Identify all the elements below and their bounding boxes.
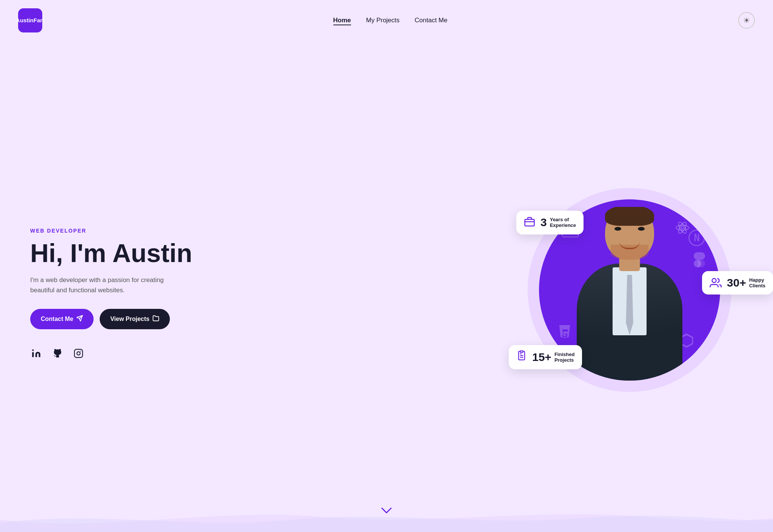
- users-icon: [710, 277, 722, 289]
- hero-content: WEB DEVELOPER Hi, I'm Austin I'm a web d…: [30, 228, 192, 360]
- hero-portrait-area: JS: [524, 184, 743, 403]
- stat-card-clients: 30+ Happy Clients: [702, 271, 773, 295]
- send-icon: [76, 315, 83, 323]
- svg-rect-2: [32, 352, 34, 357]
- experience-number: 3: [540, 216, 547, 229]
- nav-links: Home My Projects Contact Me: [333, 17, 448, 24]
- svg-rect-4: [74, 350, 83, 358]
- stat-card-experience: 3 Years of Experience: [516, 211, 584, 234]
- nav-link-projects[interactable]: My Projects: [366, 17, 400, 24]
- clients-number: 30+: [727, 276, 746, 289]
- navbar: Austin Farr Home My Projects Contact Me …: [0, 0, 773, 41]
- subtitle-tag: WEB DEVELOPER: [30, 228, 192, 234]
- social-links: [30, 347, 192, 359]
- nav-item-home[interactable]: Home: [333, 17, 351, 24]
- view-projects-button[interactable]: View Projects: [100, 309, 170, 329]
- folder-icon: [152, 315, 159, 323]
- svg-rect-15: [520, 351, 523, 353]
- contact-me-button[interactable]: Contact Me: [30, 309, 94, 329]
- projects-number: 15+: [532, 351, 551, 364]
- linkedin-icon: [31, 348, 41, 358]
- experience-label-line2: Experience: [550, 222, 576, 228]
- hero-description: I'm a web developer with a passion for c…: [30, 275, 189, 295]
- github-link[interactable]: [51, 347, 63, 359]
- clients-label-line2: Clients: [749, 283, 765, 288]
- instagram-icon: [74, 348, 83, 358]
- scroll-down-indicator[interactable]: [381, 505, 392, 517]
- linkedin-link[interactable]: [30, 347, 42, 359]
- nav-item-contact[interactable]: Contact Me: [415, 17, 448, 24]
- github-icon: [52, 348, 62, 358]
- stat-card-projects: 15+ Finished Projects: [509, 345, 582, 369]
- sun-icon: ☀: [743, 16, 750, 25]
- briefcase-icon: [524, 216, 535, 229]
- nav-link-home[interactable]: Home: [333, 17, 351, 25]
- logo[interactable]: Austin Farr: [18, 8, 42, 32]
- projects-label-line1: Finished: [554, 352, 574, 357]
- nav-item-projects[interactable]: My Projects: [366, 17, 400, 24]
- theme-toggle-button[interactable]: ☀: [738, 12, 755, 29]
- projects-label-line2: Projects: [554, 357, 574, 363]
- svg-rect-11: [525, 219, 534, 226]
- instagram-link[interactable]: [72, 347, 85, 359]
- svg-point-3: [32, 350, 34, 351]
- hero-section: WEB DEVELOPER Hi, I'm Austin I'm a web d…: [0, 41, 773, 531]
- svg-point-14: [712, 278, 716, 282]
- clipboard-icon: [516, 350, 527, 364]
- nav-link-contact[interactable]: Contact Me: [415, 17, 448, 24]
- hero-buttons: Contact Me View Projects: [30, 309, 192, 329]
- hero-title: Hi, I'm Austin: [30, 240, 192, 267]
- experience-label-line1: Years of: [550, 217, 576, 222]
- clients-label-line1: Happy: [749, 277, 765, 283]
